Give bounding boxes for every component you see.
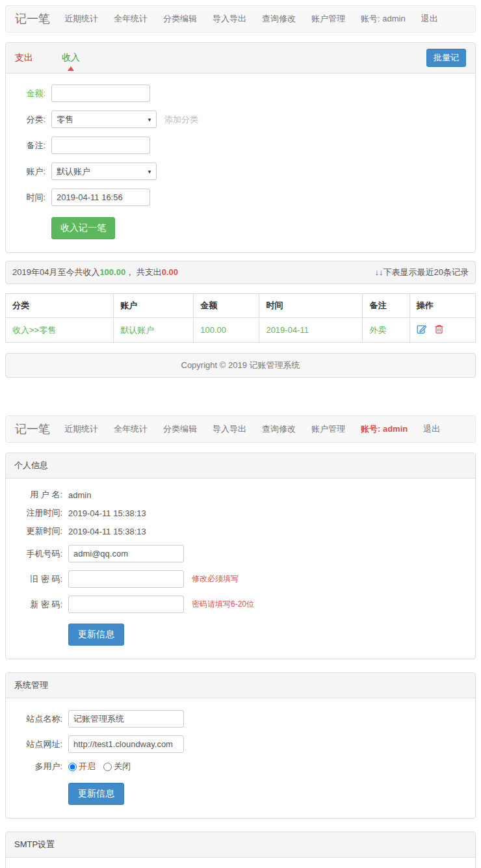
summary-income-value: 100.00 [99, 267, 125, 277]
nav-account-label[interactable]: 账号: admin [361, 13, 406, 25]
navbar-top: 记一笔 近期统计 全年统计 分类编辑 导入导出 查询修改 账户管理 账号: ad… [5, 5, 476, 33]
nav-recent-stats[interactable]: 近期统计 [64, 13, 98, 25]
tab-income[interactable]: 收入 [62, 52, 80, 64]
multiuser-off-option[interactable]: 关闭 [103, 761, 131, 772]
navbar-bottom: 记一笔 近期统计 全年统计 分类编辑 导入导出 查询修改 账户管理 账号: ad… [5, 415, 476, 443]
nav-annual-stats[interactable]: 全年统计 [114, 423, 148, 435]
header-time: 时间 [259, 294, 363, 318]
amount-label: 金额: [16, 88, 46, 99]
time-label: 时间: [16, 192, 46, 204]
add-category-link[interactable]: 添加分类 [164, 114, 198, 125]
nav-logout[interactable]: 退出 [421, 13, 438, 25]
note-label: 备注: [16, 140, 46, 151]
brand-logo[interactable]: 记一笔 [15, 11, 50, 27]
phone-label: 手机号码: [16, 548, 62, 560]
multiuser-off-label: 关闭 [114, 761, 131, 772]
site-url-input[interactable] [68, 735, 184, 753]
profile-panel-title: 个人信息 [6, 453, 475, 479]
category-select[interactable]: 零售 [51, 111, 157, 128]
multiuser-label: 多用户: [16, 761, 62, 772]
page-separator [5, 378, 476, 415]
brand-logo[interactable]: 记一笔 [15, 421, 50, 437]
cell-note: 外卖 [363, 318, 410, 343]
new-password-label: 新 密 码: [16, 599, 62, 611]
site-url-label: 站点网址: [16, 739, 62, 750]
account-select[interactable]: 默认账户 [51, 163, 157, 180]
header-note: 备注 [363, 294, 410, 318]
header-amount: 金额 [194, 294, 259, 318]
multiuser-off-radio[interactable] [103, 763, 112, 771]
nav-query-modify[interactable]: 查询修改 [262, 423, 296, 435]
register-time-label: 注册时间: [16, 507, 62, 519]
entry-tab-row: 支出 收入 批量记 [6, 43, 475, 73]
smtp-panel: SMTP设置 SMTP: 邮箱: 密码: 更新信息 [5, 832, 476, 868]
note-input[interactable] [51, 137, 150, 154]
username-value: admin [68, 490, 91, 500]
cell-category: 收入>>零售 [6, 318, 114, 343]
trash-icon[interactable] [434, 324, 444, 336]
register-time-value: 2019-04-11 15:38:13 [68, 508, 146, 518]
nav-account-label-active[interactable]: 账号: admin [361, 423, 408, 435]
nav-import-export[interactable]: 导入导出 [213, 13, 246, 25]
nav-account-manage[interactable]: 账户管理 [311, 423, 345, 435]
batch-record-button[interactable]: 批量记 [426, 49, 466, 67]
summary-totals: 2019年04月至今共收入100.00， 共支出0.00 [12, 267, 178, 278]
entry-form: 金额: 分类: 零售 ▼ 添加分类 备注: 账户: [6, 73, 475, 252]
nav-category-edit[interactable]: 分类编辑 [163, 13, 197, 25]
cell-actions [410, 318, 475, 343]
record-income-button[interactable]: 收入记一笔 [51, 217, 115, 239]
nav-query-modify[interactable]: 查询修改 [262, 13, 296, 25]
account-select-wrap: 默认账户 ▼ [51, 163, 157, 180]
table-row: 收入>>零售 默认账户 100.00 2019-04-11 外卖 [6, 318, 476, 343]
update-profile-button[interactable]: 更新信息 [68, 624, 124, 646]
nav-recent-stats[interactable]: 近期统计 [64, 423, 98, 435]
new-password-input[interactable] [68, 596, 184, 613]
nav-logout[interactable]: 退出 [423, 423, 440, 435]
site-name-input[interactable] [68, 710, 184, 728]
header-account: 账户 [114, 294, 194, 318]
smtp-panel-title: SMTP设置 [6, 832, 475, 858]
nav-category-edit[interactable]: 分类编辑 [163, 423, 197, 435]
system-panel: 系统管理 站点名称: 站点网址: 多用户: 开启 关 [5, 672, 476, 819]
nav-account-manage[interactable]: 账户管理 [311, 13, 345, 25]
header-category: 分类 [6, 294, 114, 318]
site-name-label: 站点名称: [16, 713, 62, 725]
nav-annual-stats[interactable]: 全年统计 [114, 13, 148, 25]
old-password-input[interactable] [68, 570, 184, 588]
multiuser-on-option[interactable]: 开启 [68, 761, 96, 772]
time-input[interactable] [51, 189, 150, 206]
copyright-footer: Copyright © 2019 记账管理系统 [5, 353, 476, 378]
old-password-label: 旧 密 码: [16, 573, 62, 585]
records-header-row: 分类 账户 金额 时间 备注 操作 [6, 294, 476, 318]
summary-bar: 2019年04月至今共收入100.00， 共支出0.00 ↓↓下表显示最近20条… [5, 261, 476, 284]
summary-expense-value: 0.00 [162, 267, 178, 277]
cell-account: 默认账户 [114, 318, 194, 343]
summary-note: ↓↓下表显示最近20条记录 [375, 267, 469, 278]
nav-import-export[interactable]: 导入导出 [213, 423, 246, 435]
records-table: 分类 账户 金额 时间 备注 操作 收入>>零售 默认账户 100.00 201… [5, 293, 476, 343]
summary-separator: ， 共支出 [125, 267, 162, 277]
update-system-button[interactable]: 更新信息 [68, 783, 124, 805]
profile-panel: 个人信息 用 户 名: admin 注册时间: 2019-04-11 15:38… [5, 453, 476, 659]
summary-prefix: 2019年04月至今共收入 [12, 267, 99, 277]
cell-time: 2019-04-11 [259, 318, 363, 343]
multiuser-on-label: 开启 [79, 761, 96, 772]
category-label: 分类: [16, 114, 46, 125]
username-label: 用 户 名: [16, 489, 62, 501]
tab-expense[interactable]: 支出 [15, 52, 33, 64]
phone-input[interactable] [68, 545, 184, 562]
edit-icon[interactable] [417, 324, 427, 336]
account-label: 账户: [16, 166, 46, 178]
new-password-hint: 密码请填写6-20位 [192, 599, 254, 610]
entry-panel: 支出 收入 批量记 金额: 分类: 零售 ▼ 添加分类 [5, 42, 476, 253]
multiuser-radio-group: 开启 关闭 [68, 761, 131, 772]
system-panel-title: 系统管理 [6, 673, 475, 698]
update-time-label: 更新时间: [16, 525, 62, 537]
amount-input[interactable] [51, 85, 150, 102]
multiuser-on-radio[interactable] [68, 763, 77, 771]
page-wrapper: 记一笔 近期统计 全年统计 分类编辑 导入导出 查询修改 账户管理 账号: ad… [0, 0, 481, 868]
cell-amount: 100.00 [194, 318, 259, 343]
tab-income-label: 收入 [62, 52, 80, 62]
category-select-wrap: 零售 ▼ [51, 111, 157, 128]
old-password-hint: 修改必须填写 [192, 573, 239, 585]
